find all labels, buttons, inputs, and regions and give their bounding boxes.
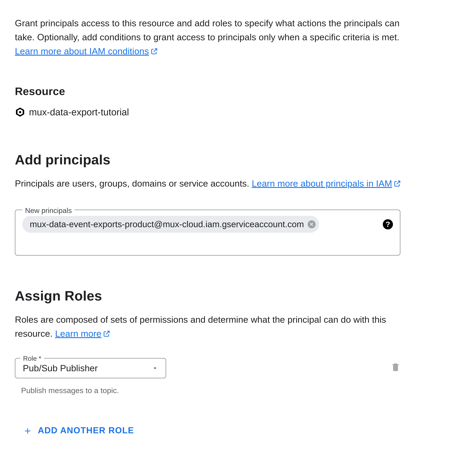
resource-hex-icon [15,107,25,117]
learn-more-roles-link[interactable]: Learn more [55,328,110,338]
svg-point-0 [19,111,21,113]
plus-icon: ＋ [22,425,33,436]
resource-row: mux-data-export-tutorial [15,105,461,119]
link-label: Learn more about principals in IAM [252,178,392,188]
roles-description: Roles are composed of sets of permission… [15,312,411,340]
chevron-down-icon [152,365,158,371]
learn-more-principals-link[interactable]: Learn more about principals in IAM [252,178,401,188]
help-icon[interactable]: ? [383,219,393,229]
link-label: Learn more about IAM conditions [15,46,149,56]
new-principals-label: New principals [22,205,74,216]
external-link-icon [394,180,401,187]
role-hint: Publish messages to a topic. [21,385,166,396]
add-another-role-button[interactable]: ＋ ADD ANOTHER ROLE [22,424,134,437]
external-link-icon [103,330,110,337]
new-principals-field[interactable]: New principals mux-data-event-exports-pr… [15,210,400,256]
add-another-role-label: ADD ANOTHER ROLE [38,424,134,437]
principal-chip-text: mux-data-event-exports-product@mux-cloud… [30,218,304,231]
principals-desc-body: Principals are users, groups, domains or… [15,178,252,188]
principal-chip[interactable]: mux-data-event-exports-product@mux-cloud… [22,216,319,233]
intro-body: Grant principals access to this resource… [15,18,399,42]
resource-heading: Resource [15,83,461,100]
resource-name: mux-data-export-tutorial [29,105,129,119]
link-label: Learn more [55,328,101,338]
remove-chip-icon[interactable]: ✕ [308,220,316,228]
role-field-label: Role * [20,353,44,364]
assign-roles-heading: Assign Roles [15,285,461,306]
principals-description: Principals are users, groups, domains or… [15,176,411,190]
external-link-icon [151,48,158,55]
learn-more-iam-conditions-link[interactable]: Learn more about IAM conditions [15,46,158,56]
add-principals-heading: Add principals [15,149,461,170]
intro-text: Grant principals access to this resource… [15,16,411,58]
delete-role-icon[interactable] [391,362,400,372]
